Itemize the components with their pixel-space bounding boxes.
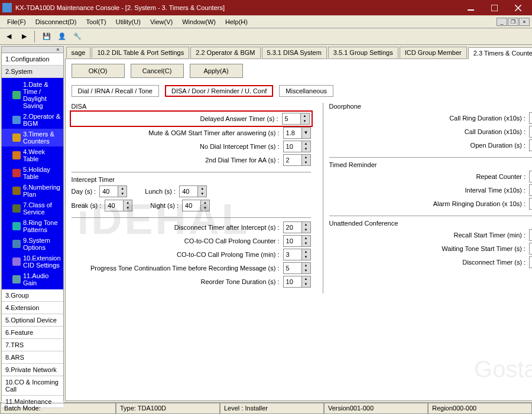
nav-private-network[interactable]: 9.Private Network bbox=[2, 364, 63, 376]
subtab-misc[interactable]: Miscellaneous bbox=[279, 85, 333, 97]
nav-optional-device[interactable]: 5.Optional Device bbox=[2, 314, 63, 327]
nav-back-icon[interactable]: ◀ bbox=[2, 30, 15, 43]
subnav-8[interactable]: 9.System Options bbox=[2, 235, 63, 253]
save-icon[interactable]: 💾 bbox=[40, 30, 53, 43]
subnav-1[interactable]: 2.Operator & BGM bbox=[2, 111, 63, 129]
svg-rect-0 bbox=[468, 9, 474, 11]
spin-up-icon[interactable]: ▲ bbox=[301, 113, 309, 119]
status-level: Level : Installer bbox=[220, 403, 324, 414]
nav-system[interactable]: 2.System bbox=[2, 66, 63, 78]
status-region: Region000-000 bbox=[428, 403, 532, 414]
interval-input[interactable] bbox=[530, 185, 532, 195]
subnav-6[interactable]: 7.Class of Service bbox=[2, 200, 63, 217]
mute-input[interactable] bbox=[284, 128, 301, 138]
night-input[interactable] bbox=[183, 200, 200, 211]
svg-rect-1 bbox=[491, 5, 498, 11]
close-button[interactable] bbox=[506, 0, 530, 15]
menu-view[interactable]: View(V) bbox=[145, 17, 177, 27]
menu-tool[interactable]: Tool(T) bbox=[81, 17, 111, 27]
delayed-answer-input[interactable] bbox=[283, 113, 300, 124]
cocount-input[interactable] bbox=[284, 236, 301, 246]
tab-icd[interactable]: ICD Group Member bbox=[400, 47, 467, 58]
disconnect-input[interactable] bbox=[284, 222, 301, 233]
system-subtree: 1.Date & Time / Daylight Saving2.Operato… bbox=[2, 78, 63, 289]
spin-down-icon[interactable]: ▼ bbox=[301, 119, 309, 124]
nav-group[interactable]: 3.Group bbox=[2, 289, 63, 302]
titlebar: KX-TDA100D Maintenance Console - [2. Sys… bbox=[0, 0, 532, 15]
minimize-button[interactable] bbox=[459, 0, 482, 15]
mdi-restore-button[interactable]: ❐ bbox=[508, 18, 518, 26]
menu-utility[interactable]: Utility(U) bbox=[111, 17, 145, 27]
progress-input[interactable] bbox=[284, 263, 301, 273]
subnav-2[interactable]: 3.Timers & Counters bbox=[2, 129, 63, 146]
tool-icon[interactable]: 🔧 bbox=[71, 30, 84, 43]
subnav-icon bbox=[12, 133, 21, 142]
apply-button[interactable]: Apply(A) bbox=[190, 64, 243, 78]
tab-operator[interactable]: 2.2 Operator & BGM bbox=[190, 47, 260, 58]
nav-co-incoming[interactable]: 10.CO & Incoming Call bbox=[2, 376, 63, 396]
menu-file[interactable]: File(F) bbox=[2, 17, 31, 27]
subnav-10[interactable]: 11.Audio Gain bbox=[2, 270, 63, 288]
subnav-5[interactable]: 6.Numbering Plan bbox=[2, 182, 63, 200]
subtab-disa[interactable]: DISA / Door / Reminder / U. Conf bbox=[165, 85, 273, 97]
subnav-3[interactable]: 4.Week Table bbox=[2, 146, 63, 164]
tab-disa[interactable]: 5.3.1 DISA System bbox=[262, 47, 327, 58]
nav-extension[interactable]: 4.Extension bbox=[2, 302, 63, 314]
menubar: File(F) Disconnect(D) Tool(T) Utility(U)… bbox=[0, 15, 532, 28]
subnav-9[interactable]: 10.Extension CID Settings bbox=[2, 253, 63, 270]
ok-button[interactable]: OK(O) bbox=[72, 64, 125, 78]
nav-configuration[interactable]: 1.Configuration bbox=[2, 53, 63, 66]
nav-forward-icon[interactable]: ▶ bbox=[18, 30, 31, 43]
menu-window[interactable]: Window(W) bbox=[177, 17, 220, 27]
door-ring-input[interactable] bbox=[530, 113, 532, 123]
door-title: Doorphone bbox=[329, 103, 532, 110]
day-input[interactable] bbox=[100, 186, 118, 197]
mdi-minimize-button[interactable]: _ bbox=[497, 18, 507, 26]
tab-sage[interactable]: sage bbox=[66, 47, 91, 58]
wait-input[interactable] bbox=[530, 243, 532, 254]
subnav-4[interactable]: 5.Holiday Table bbox=[2, 164, 63, 182]
subnav-icon bbox=[12, 151, 21, 159]
subnav-7[interactable]: 8.Ring Tone Patterns bbox=[2, 217, 63, 235]
recall-input[interactable] bbox=[530, 230, 532, 240]
subtab-dial[interactable]: Dial / IRNA / Recall / Tone bbox=[72, 85, 159, 97]
subnav-icon bbox=[12, 257, 21, 266]
nav-ars[interactable]: 8.ARS bbox=[2, 351, 63, 364]
tab-timers[interactable]: 2.3 Timers & Counters bbox=[468, 47, 532, 59]
repeat-input[interactable] bbox=[530, 171, 532, 182]
subnav-icon bbox=[12, 222, 21, 230]
timed-title: Timed Reminder bbox=[329, 161, 532, 168]
subnav-icon bbox=[12, 91, 21, 99]
disa-group-title: DISA bbox=[72, 103, 311, 110]
dropdown-icon[interactable]: ▼ bbox=[301, 128, 310, 138]
intercept-title: Intercept Timer bbox=[72, 176, 311, 183]
statusbar: Batch Mode: Type: TDA100D Level : Instal… bbox=[0, 402, 532, 414]
alarm-input[interactable] bbox=[530, 198, 532, 209]
menu-disconnect[interactable]: Disconnect(D) bbox=[31, 17, 82, 27]
cotime-input[interactable] bbox=[284, 249, 301, 260]
mdi-close-button[interactable]: × bbox=[519, 18, 530, 26]
menu-help[interactable]: Help(H) bbox=[220, 17, 252, 27]
subnav-0[interactable]: 1.Date & Time / Daylight Saving bbox=[2, 79, 63, 111]
door-open-input[interactable] bbox=[530, 140, 532, 151]
break-input[interactable] bbox=[105, 200, 123, 211]
nav-trs[interactable]: 7.TRS bbox=[2, 339, 63, 351]
unatt-disc-input[interactable] bbox=[530, 257, 532, 268]
lunch-input[interactable] bbox=[180, 186, 197, 197]
app-icon bbox=[2, 3, 12, 12]
watermark2: Gostar bbox=[474, 356, 532, 383]
window-title: KX-TDA100D Maintenance Console - [2. Sys… bbox=[15, 4, 459, 11]
maximize-button[interactable] bbox=[482, 0, 506, 15]
nav-feature[interactable]: 6.Feature bbox=[2, 327, 63, 339]
toolbar: ◀ ▶ 💾 👤 🔧 bbox=[0, 28, 532, 45]
sidebar-close-icon[interactable]: × bbox=[2, 47, 63, 53]
user-icon[interactable]: 👤 bbox=[56, 30, 69, 43]
delayed-answer-field: Delayed Answer Timer (s) : ▲▼ bbox=[72, 112, 311, 125]
cancel-button[interactable]: Cancel(C) bbox=[131, 64, 184, 78]
dial2-input[interactable] bbox=[284, 155, 301, 165]
tab-group-settings[interactable]: 3.5.1 Group Settings bbox=[328, 47, 398, 58]
tab-dil[interactable]: 10.2 DIL Table & Port Settings bbox=[92, 47, 189, 58]
reorder-input[interactable] bbox=[284, 276, 301, 287]
door-dur-input[interactable] bbox=[530, 126, 532, 137]
nodial-input[interactable] bbox=[284, 141, 301, 152]
